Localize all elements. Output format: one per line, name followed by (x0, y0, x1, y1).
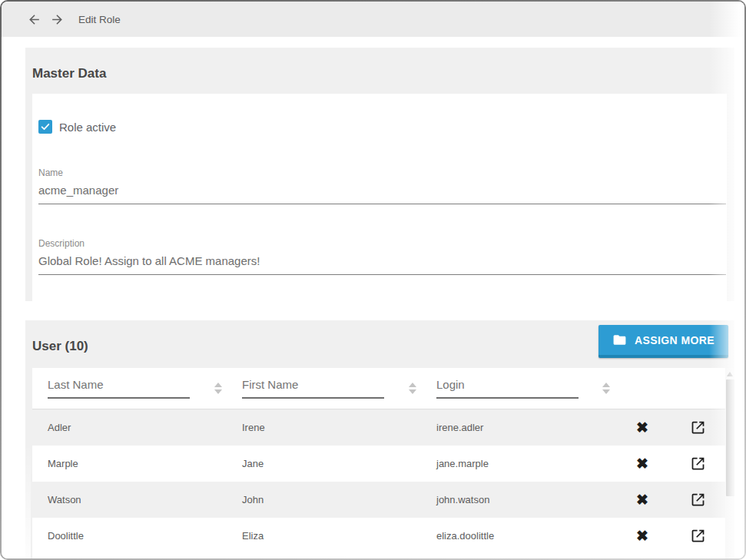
cell-last-name: Doolittle (32, 530, 227, 542)
cell-last-name: Adler (32, 422, 227, 433)
user-card: User (10) ASSIGN MORE Last Name First Na… (25, 320, 734, 560)
cell-first-name: Eliza (227, 530, 421, 542)
section-gap (25, 308, 734, 320)
role-active-checkbox[interactable] (38, 120, 52, 134)
remove-user-icon[interactable]: ✖ (636, 529, 648, 543)
open-user-icon[interactable] (690, 492, 706, 508)
assign-more-label: ASSIGN MORE (635, 334, 715, 346)
table-row: Doolittle Eliza eliza.doolittle ✖ (32, 518, 725, 554)
cell-login: irene.adler (421, 422, 615, 433)
description-input[interactable]: Global Role! Assign to all ACME managers… (38, 254, 726, 275)
login-filter-input[interactable]: Login (436, 378, 579, 399)
cell-first-name: Irene (227, 422, 421, 433)
description-field-group: Description Global Role! Assign to all A… (38, 238, 726, 275)
header-cell-login: Login (421, 378, 615, 399)
cell-first-name: Jane (227, 458, 421, 469)
role-active-row: Role active (38, 120, 726, 134)
page-title: Edit Role (78, 14, 121, 25)
name-field-group: Name acme_manager (38, 167, 726, 204)
edit-role-window: Edit Role Master Data Role active Name a… (0, 0, 746, 560)
last-name-filter-input[interactable]: Last Name (48, 378, 190, 399)
user-card-header: User (10) ASSIGN MORE (25, 320, 734, 368)
open-user-icon[interactable] (690, 419, 706, 436)
table-row: Watson John john.watson ✖ (32, 482, 725, 518)
user-table-header: Last Name First Name Login (32, 368, 725, 409)
header-cell-first-name: First Name (227, 378, 421, 399)
cell-first-name: John (227, 494, 421, 505)
remove-user-icon[interactable]: ✖ (636, 492, 648, 507)
name-input[interactable]: acme_manager (38, 184, 726, 204)
user-table: Last Name First Name Login (32, 368, 725, 560)
name-field-label: Name (38, 167, 726, 178)
user-table-wrap: Last Name First Name Login (32, 368, 734, 560)
header-cell-last-name: Last Name (32, 378, 227, 399)
master-data-body: Role active Name acme_manager Descriptio… (32, 94, 727, 301)
table-scrollbar (725, 368, 734, 560)
scroll-up-arrow-icon[interactable] (727, 372, 733, 376)
role-active-label: Role active (59, 121, 116, 134)
first-name-filter-input[interactable]: First Name (242, 378, 384, 399)
remove-user-icon[interactable]: ✖ (636, 420, 648, 435)
open-user-icon[interactable] (690, 456, 706, 472)
table-row-partial (32, 554, 725, 560)
master-data-card: Master Data Role active Name acme_manage… (25, 48, 734, 301)
master-data-title: Master Data (25, 48, 734, 94)
sort-icon[interactable] (602, 383, 610, 394)
remove-user-icon[interactable]: ✖ (636, 456, 648, 471)
table-row: Marple Jane jane.marple ✖ (32, 446, 725, 482)
assign-more-button[interactable]: ASSIGN MORE (598, 325, 728, 358)
back-arrow-icon[interactable] (26, 12, 41, 27)
folder-icon (612, 333, 627, 347)
cell-last-name: Watson (32, 494, 227, 505)
cell-login: eliza.doolittle (421, 530, 615, 542)
scrollbar-thumb[interactable] (726, 379, 734, 496)
table-row: Adler Irene irene.adler ✖ (32, 409, 725, 446)
check-icon (40, 121, 51, 132)
cell-last-name: Marple (32, 458, 227, 469)
sort-icon[interactable] (409, 383, 416, 394)
description-field-label: Description (38, 238, 726, 249)
sort-icon[interactable] (214, 383, 222, 394)
cell-login: jane.marple (421, 458, 615, 469)
forward-arrow-icon[interactable] (49, 12, 65, 27)
cell-login: john.watson (421, 494, 615, 505)
open-user-icon[interactable] (690, 528, 706, 544)
toolbar: Edit Role (2, 2, 744, 37)
page-content: Master Data Role active Name acme_manage… (25, 48, 734, 560)
